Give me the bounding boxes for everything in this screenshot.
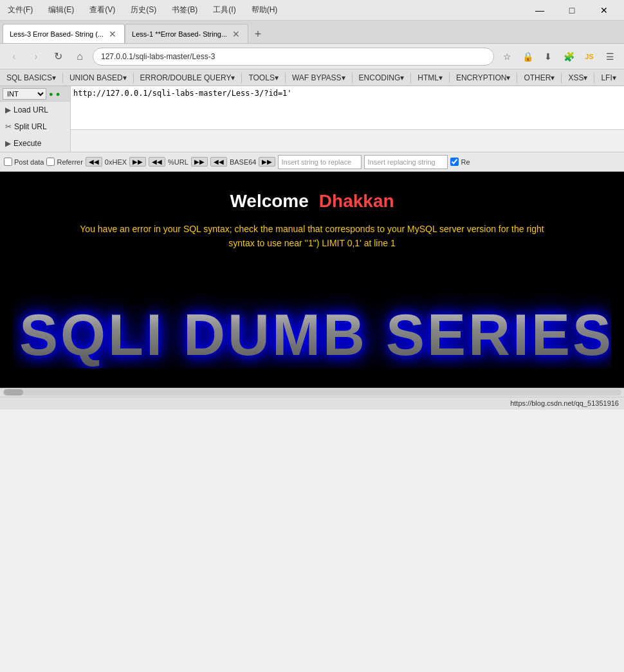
close-button[interactable]: ✕ bbox=[589, 1, 619, 19]
hex-right-arrow[interactable]: ▶▶ bbox=[129, 157, 146, 167]
base64-right-arrow[interactable]: ▶▶ bbox=[259, 157, 275, 167]
title-bar: 文件(F) 编辑(E) 查看(V) 历史(S) 书签(B) 工具(I) 帮助(H… bbox=[0, 0, 624, 21]
base64-label: BASE64 bbox=[230, 158, 257, 166]
menu-tools[interactable]: 工具(I) bbox=[210, 3, 238, 17]
new-tab-button[interactable]: + bbox=[248, 25, 268, 43]
split-url-label: Split URL bbox=[14, 122, 47, 131]
hackbar-xss[interactable]: XSS▾ bbox=[564, 72, 591, 84]
download-icon[interactable]: ⬇ bbox=[539, 48, 557, 66]
hscroll-thumb[interactable] bbox=[4, 389, 23, 395]
url-bar[interactable] bbox=[93, 48, 494, 66]
sep3 bbox=[241, 73, 242, 83]
load-url-label: Load URL bbox=[14, 105, 48, 114]
sep8 bbox=[517, 73, 517, 83]
hackbar-error-query[interactable]: ERROR/DOUBLE QUERY▾ bbox=[136, 72, 239, 84]
welcome-section: Welcome Dhakkan bbox=[230, 191, 394, 212]
sep4 bbox=[285, 73, 286, 83]
url-left-arrow[interactable]: ◀◀ bbox=[149, 157, 165, 167]
tab-less1-close[interactable]: ✕ bbox=[231, 29, 241, 39]
back-button[interactable]: ‹ bbox=[5, 48, 23, 66]
url-right-arrow[interactable]: ▶▶ bbox=[191, 157, 208, 167]
menu-view[interactable]: 查看(V) bbox=[87, 3, 118, 17]
bookmark-icon[interactable]: ☆ bbox=[498, 48, 516, 66]
h-scrollbar[interactable] bbox=[0, 388, 624, 397]
referrer-checkbox[interactable] bbox=[46, 158, 55, 166]
split-url-button[interactable]: ✂ Split URL bbox=[0, 118, 70, 135]
tab-less3-close[interactable]: ✕ bbox=[107, 29, 118, 39]
tab-less3-label: Less-3 Error Based- String (... bbox=[10, 30, 104, 38]
js-icon[interactable]: JS bbox=[580, 48, 598, 66]
hackbar-main: http://127.0.0.1/sqli-labs-master/Less-3… bbox=[71, 86, 624, 152]
tab-less1-label: Less-1 **Error Based- String... bbox=[132, 30, 227, 38]
hackbar-union-based[interactable]: UNION BASED▾ bbox=[66, 72, 131, 84]
shield-icon[interactable]: 🔒 bbox=[518, 48, 537, 66]
load-url-button[interactable]: ▶ Load URL bbox=[0, 102, 70, 118]
hackbar-encryption[interactable]: ENCRYPTION▾ bbox=[452, 72, 514, 84]
second-toolbar: Post data Referrer ◀◀ 0xHEX ▶▶ ◀◀ %URL ▶… bbox=[0, 152, 624, 172]
error-message: You have an error in your SQL syntax; ch… bbox=[80, 222, 544, 251]
sep9 bbox=[561, 73, 562, 83]
dot-indicator2: ● bbox=[56, 90, 60, 98]
percent-url-label: %URL bbox=[168, 158, 188, 166]
hackbar-other[interactable]: OTHER▾ bbox=[520, 72, 558, 84]
execute-button[interactable]: ▶ Execute bbox=[0, 135, 70, 152]
extensions-icon[interactable]: 🧩 bbox=[560, 48, 578, 66]
re-checkbox[interactable] bbox=[450, 158, 459, 166]
status-bar: https://blog.csdn.net/qq_51351916 bbox=[0, 397, 624, 410]
hscroll-track bbox=[3, 389, 621, 395]
hackbar-waf-bypass[interactable]: WAF BYPASS▾ bbox=[288, 72, 349, 84]
menu-edit[interactable]: 编辑(E) bbox=[46, 3, 77, 17]
menu-file[interactable]: 文件(F) bbox=[5, 3, 35, 17]
base64-left-arrow[interactable]: ◀◀ bbox=[210, 157, 227, 167]
sep5 bbox=[352, 73, 353, 83]
webpage-content: Welcome Dhakkan You have an error in you… bbox=[0, 172, 624, 388]
sep6 bbox=[410, 73, 411, 83]
split-url-icon: ✂ bbox=[5, 122, 12, 131]
replace-string-input[interactable] bbox=[278, 155, 362, 169]
hackbar-html[interactable]: HTML▾ bbox=[414, 72, 446, 84]
sep10 bbox=[594, 73, 594, 83]
hackbar-tools[interactable]: TOOLS▾ bbox=[244, 72, 282, 84]
referrer-label[interactable]: Referrer bbox=[57, 158, 82, 166]
replacing-string-input[interactable] bbox=[364, 155, 448, 169]
execute-label: Execute bbox=[14, 139, 41, 148]
menu-help[interactable]: 帮助(H) bbox=[249, 3, 280, 17]
hackbar-side: INT STRING ● ● ▶ Load URL ✂ Split URL ▶ … bbox=[0, 86, 71, 152]
refresh-button[interactable]: ↻ bbox=[49, 48, 67, 66]
int-select[interactable]: INT STRING bbox=[3, 88, 46, 100]
username-label: Dhakkan bbox=[319, 191, 394, 212]
re-group: Re bbox=[450, 158, 470, 166]
minimize-button[interactable]: — bbox=[525, 1, 555, 19]
tab-bar: Less-3 Error Based- String (... ✕ Less-1… bbox=[0, 21, 624, 44]
re-label[interactable]: Re bbox=[461, 158, 470, 166]
window-controls: — □ ✕ bbox=[525, 1, 619, 19]
referrer-group: Referrer bbox=[46, 158, 82, 166]
maximize-button[interactable]: □ bbox=[557, 1, 587, 19]
menu-history[interactable]: 历史(S) bbox=[128, 3, 159, 17]
menu-bar: 文件(F) 编辑(E) 查看(V) 历史(S) 书签(B) 工具(I) 帮助(H… bbox=[5, 3, 280, 17]
address-icons: ☆ 🔒 ⬇ 🧩 JS ☰ bbox=[498, 48, 619, 66]
welcome-label: Welcome bbox=[230, 191, 308, 212]
status-url: https://blog.csdn.net/qq_51351916 bbox=[510, 399, 619, 407]
tab-less1[interactable]: Less-1 **Error Based- String... ✕ bbox=[125, 24, 248, 43]
url-input[interactable]: http://127.0.0.1/sqli-labs-master/Less-3… bbox=[71, 86, 624, 130]
load-url-icon: ▶ bbox=[5, 105, 11, 114]
tab-less3[interactable]: Less-3 Error Based- String (... ✕ bbox=[3, 24, 125, 43]
address-bar: ‹ › ↻ ⌂ ☆ 🔒 ⬇ 🧩 JS ☰ bbox=[0, 44, 624, 69]
sep1 bbox=[62, 73, 63, 83]
hex-left-arrow[interactable]: ◀◀ bbox=[86, 157, 102, 167]
dot-indicator: ● bbox=[49, 90, 53, 98]
menu-icon[interactable]: ☰ bbox=[601, 48, 619, 66]
post-data-checkbox[interactable] bbox=[4, 158, 12, 166]
hackbar-row: INT STRING ● ● ▶ Load URL ✂ Split URL ▶ … bbox=[0, 86, 624, 152]
post-data-group: Post data bbox=[4, 158, 44, 166]
forward-button[interactable]: › bbox=[27, 48, 45, 66]
menu-bookmarks[interactable]: 书签(B) bbox=[169, 3, 200, 17]
home-button[interactable]: ⌂ bbox=[71, 48, 89, 66]
post-data-label[interactable]: Post data bbox=[14, 158, 44, 166]
hex-label: 0xHEX bbox=[105, 158, 127, 166]
execute-icon: ▶ bbox=[5, 139, 11, 148]
hackbar-encoding[interactable]: ENCODING▾ bbox=[355, 72, 408, 84]
hackbar-sql-basics[interactable]: SQL BASICS▾ bbox=[3, 72, 60, 84]
hackbar-lfi[interactable]: LFI▾ bbox=[597, 72, 619, 84]
